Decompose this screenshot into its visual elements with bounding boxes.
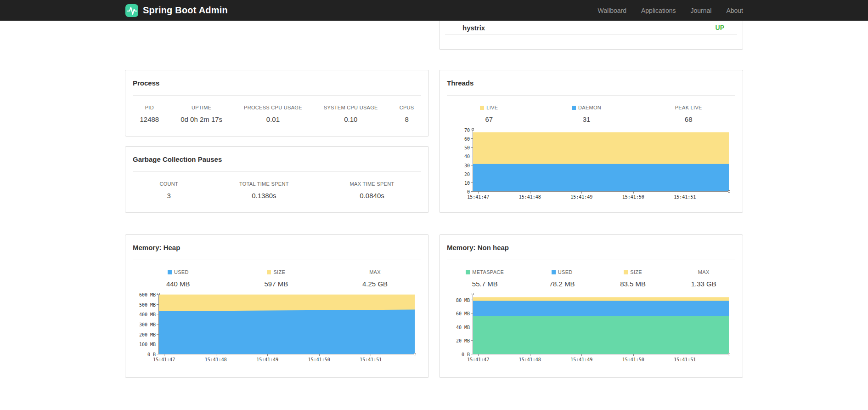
stat-gc-count: COUNT 3	[159, 181, 178, 200]
y-tick-label: 70	[441, 128, 470, 133]
legend-swatch	[466, 270, 470, 274]
y-tick	[157, 344, 158, 344]
chart-plot-area	[473, 130, 729, 192]
y-tick	[471, 340, 473, 341]
main-content: hystrix UP Process PID 12488 UPTIME 0d 0	[125, 21, 743, 378]
application-row[interactable]: hystrix UP	[440, 21, 743, 34]
process-panel: Process PID 12488 UPTIME 0d 0h 2m 17s PR…	[125, 70, 429, 137]
y-tick-label: 300 MB	[127, 322, 156, 327]
stat-value: 4.25 GB	[362, 280, 388, 288]
stat-value: 0.1380s	[239, 192, 289, 200]
col-middle-right: Threads LIVE 67 DAEMON 3	[439, 70, 743, 213]
stat-nonheap-size: SIZE 83.5 MB	[620, 269, 646, 288]
stat-label: MAX	[362, 269, 388, 275]
nav-item-applications[interactable]: Applications	[641, 7, 676, 14]
y-tick-label: 600 MB	[127, 292, 156, 297]
y-tick-label: 10	[441, 181, 470, 186]
navbar-inner: Spring Boot Admin Wallboard Applications…	[125, 0, 743, 21]
stat-label: USED	[166, 269, 190, 275]
panel-title: Garbage Collection Pauses	[133, 147, 421, 172]
stat-nonheap-metaspace: METASPACE 55.7 MB	[466, 269, 504, 288]
col-bottom-left: Memory: Heap USED 440 MB SIZE	[125, 234, 429, 378]
legend-swatch	[267, 270, 271, 274]
stat-system-cpu-usage: SYSTEM CPU USAGE 0.10	[324, 105, 378, 124]
memory-heap-panel: Memory: Heap USED 440 MB SIZE	[125, 234, 429, 378]
y-tick	[157, 354, 158, 354]
y-tick	[471, 165, 473, 165]
col-middle-left: Process PID 12488 UPTIME 0d 0h 2m 17s PR…	[125, 70, 429, 213]
stat-nonheap-used: USED 78.2 MB	[549, 269, 575, 288]
stat-gc-max-time: MAX TIME SPENT 0.0840s	[350, 181, 395, 200]
x-tick	[633, 354, 634, 356]
stat-label-text: LIVE	[486, 105, 498, 111]
stat-value: 67	[480, 115, 498, 124]
x-tick	[530, 192, 530, 194]
stat-label: UPTIME	[180, 105, 222, 111]
x-tick-label: 15:41:49	[256, 357, 278, 362]
heap-legend: USED 440 MB SIZE 597 MB MAX 4.25 GB	[125, 260, 428, 288]
chart-plot-area	[473, 294, 729, 354]
gc-panel: Garbage Collection Pauses COUNT 3 TOTAL …	[125, 146, 429, 213]
stat-label-text: SIZE	[273, 269, 285, 275]
stat-label-text: USED	[174, 269, 189, 275]
chart-plot-area	[158, 294, 415, 354]
y-tick	[471, 174, 473, 174]
x-tick-label: 15:41:50	[622, 357, 644, 362]
application-name: hystrix	[462, 24, 485, 32]
nav-item-wallboard[interactable]: Wallboard	[597, 7, 626, 14]
stat-label: SYSTEM CPU USAGE	[324, 105, 378, 111]
row-middle: Process PID 12488 UPTIME 0d 0h 2m 17s PR…	[125, 70, 743, 213]
x-tick-label: 15:41:47	[467, 194, 489, 199]
brand-logo-icon	[125, 4, 139, 17]
x-tick-label: 15:41:50	[308, 357, 330, 362]
y-tick-label: 60 MB	[441, 311, 470, 316]
y-tick-label: 20	[441, 172, 470, 177]
x-tick	[371, 354, 371, 356]
nav-item-journal[interactable]: Journal	[690, 7, 711, 14]
brand-title: Spring Boot Admin	[143, 5, 228, 16]
x-tick-label: 15:41:51	[360, 357, 382, 362]
stat-label: DAEMON	[572, 105, 601, 111]
stat-label: PID	[140, 105, 159, 111]
stat-label: TOTAL TIME SPENT	[239, 181, 289, 187]
stat-value: 0d 0h 2m 17s	[180, 115, 222, 124]
stat-heap-used: USED 440 MB	[166, 269, 190, 288]
applications-panel: hystrix UP	[439, 21, 743, 50]
stat-nonheap-max: MAX 1.33 GB	[691, 269, 716, 288]
stat-value: 0.10	[324, 115, 378, 124]
stat-uptime: UPTIME 0d 0h 2m 17s	[180, 105, 222, 124]
x-tick-label: 15:41:49	[570, 194, 592, 199]
stat-threads-daemon: DAEMON 31	[572, 105, 601, 124]
threads-panel: Threads LIVE 67 DAEMON 3	[439, 70, 743, 213]
nonheap-legend: METASPACE 55.7 MB USED 78.2 MB	[440, 260, 743, 288]
panel-title: Memory: Heap	[133, 235, 421, 260]
threads-legend: LIVE 67 DAEMON 31 PEAK LIVE 68	[440, 96, 743, 124]
brand[interactable]: Spring Boot Admin	[125, 4, 228, 17]
stat-value: 440 MB	[166, 280, 190, 288]
nav-item-about[interactable]: About	[726, 7, 743, 14]
x-tick	[478, 354, 479, 356]
x-tick	[267, 354, 268, 356]
y-tick	[157, 314, 158, 314]
stat-value: 0.01	[244, 115, 302, 124]
y-tick-label: 0 B	[127, 352, 156, 357]
x-tick-label: 15:41:51	[674, 194, 696, 199]
x-tick-label: 15:41:48	[205, 357, 227, 362]
stat-label-text: METASPACE	[472, 269, 504, 275]
stat-value: 3	[159, 192, 178, 200]
y-tick	[471, 130, 473, 130]
stat-label: SIZE	[620, 269, 646, 275]
chart-x-axis: 15:41:4715:41:4815:41:4915:41:5015:41:51	[473, 354, 729, 364]
x-tick	[685, 354, 685, 356]
x-tick-label: 15:41:49	[570, 357, 592, 362]
y-tick-label: 80 MB	[441, 298, 470, 303]
stat-label: MAX TIME SPENT	[350, 181, 395, 187]
x-tick	[581, 192, 582, 194]
stat-label-text: SIZE	[630, 269, 642, 275]
y-tick	[471, 191, 473, 192]
y-tick-label: 60	[441, 137, 470, 142]
stat-heap-size: SIZE 597 MB	[264, 269, 288, 288]
stat-cpus: CPUS 8	[400, 105, 414, 124]
y-tick	[157, 304, 158, 305]
x-tick	[633, 192, 634, 194]
